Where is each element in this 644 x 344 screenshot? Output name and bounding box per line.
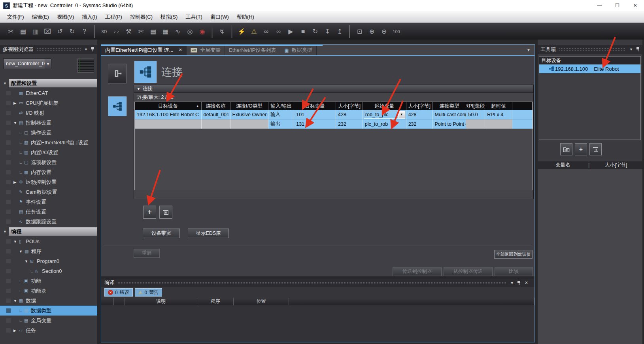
column-header-size-bytes-2[interactable]: 大小[字节]	[406, 102, 433, 110]
edit-online-icon[interactable]: ↯	[217, 26, 227, 37]
fit-zoom-icon[interactable]: ⊡	[354, 26, 365, 37]
split-icon[interactable]: ✄	[136, 26, 146, 37]
column-header-target-variable[interactable]: 目标变量	[294, 102, 336, 110]
error-count-badge[interactable]: ✕ 0 错误	[104, 288, 133, 297]
column-header-rpi-ms[interactable]: RPI[毫秒]	[466, 102, 485, 110]
table-cell[interactable]: Exlusive Owner-	[230, 110, 269, 119]
expander-icon[interactable]: ▼	[13, 299, 19, 303]
menu-tools[interactable]: 工具(T)	[181, 12, 206, 22]
chevron-down-icon[interactable]: ▼	[510, 281, 514, 285]
table-cell[interactable]: 192.168.1.100 Elite Robot C	[135, 110, 202, 119]
transfer-from-controller-icon[interactable]: ↥	[334, 26, 345, 37]
sidebar-item-cpu-rack[interactable]: ▶▭CPU/扩展机架	[0, 98, 97, 108]
column-header-connection-type[interactable]: 连接类型	[433, 102, 466, 110]
column-header-connection-name[interactable]: 连接名称	[202, 102, 230, 110]
close-button[interactable]: ✕	[626, 0, 644, 11]
add-connection-button[interactable]: +	[143, 206, 156, 219]
build-icon[interactable]: ⚡	[236, 26, 247, 37]
warning-count-badge[interactable]: ⚠ 0 警告	[135, 288, 162, 297]
sidebar-item-data-types[interactable]: ∟▤数据类型	[0, 306, 97, 316]
copy-icon[interactable]: ▤	[18, 26, 28, 37]
table-cell[interactable]: 428	[336, 110, 363, 119]
table-cell[interactable]: 输入	[268, 110, 294, 119]
table-cell[interactable]: 428	[406, 110, 433, 119]
controller-select[interactable]: new_Controller_0 ▼	[3, 59, 51, 69]
sidebar-item-data[interactable]: ▼▦数据	[0, 296, 97, 306]
menu-view[interactable]: 视图(V)	[53, 12, 78, 22]
register-device-button[interactable]	[560, 143, 572, 155]
sidebar-item-builtin-ethernet-ip-port-settings[interactable]: ∟▧内置EtherNet/IP端口设置	[0, 138, 97, 147]
stop-simulation-icon[interactable]: ■	[298, 26, 308, 37]
pin-icon[interactable]	[91, 47, 94, 52]
redo-icon[interactable]: ↻	[67, 26, 77, 37]
table-cell[interactable]	[135, 119, 202, 129]
close-icon[interactable]: ✕	[525, 280, 528, 285]
tab-ethernet-ip-port-settings[interactable]: 内置EtherNet/IP端口设置 连...✕	[101, 45, 187, 55]
sidebar-item-configuration[interactable]: ▼配置和设置	[0, 78, 97, 88]
synchronize-icon[interactable]: ↻	[310, 26, 321, 37]
add-device-button[interactable]: +	[575, 143, 587, 155]
reset-all-to-default-button[interactable]: 全部返回到默认值	[494, 250, 533, 259]
paste-icon[interactable]: ▥	[30, 26, 41, 37]
sidebar-item-operation-settings[interactable]: ∟▢操作设置	[0, 128, 97, 138]
restart-button[interactable]: 重启	[134, 249, 160, 258]
sidebar-item-controller-settings[interactable]: ▼▤控制器设置	[0, 118, 97, 128]
table-cell[interactable]: default_001	[202, 110, 230, 119]
sidebar-item-global-variables[interactable]: ∟▤全局变量	[0, 316, 97, 325]
run-simulation-icon[interactable]: ▶	[285, 26, 296, 37]
zoom-out-icon[interactable]: ⊖	[379, 26, 389, 37]
menu-edit[interactable]: 编辑(E)	[28, 12, 53, 22]
compare-button[interactable]: 比较	[495, 267, 533, 276]
table-cell[interactable]	[512, 110, 533, 119]
column-header-timeout[interactable]: 超时值	[485, 102, 512, 110]
column-header-input-output[interactable]: 输入/输出	[268, 102, 294, 110]
delete-device-button[interactable]	[589, 143, 602, 155]
sidebar-item-programs[interactable]: ▼▤程序	[0, 246, 97, 256]
table-cell[interactable]: Point to Point c	[433, 119, 466, 129]
sidebar-item-program0[interactable]: ▼⊞Program0	[0, 256, 97, 266]
menu-controller[interactable]: 控制器(C)	[126, 12, 157, 22]
sidebar-item-data-trace-settings[interactable]: ∿数据跟踪设置	[0, 217, 97, 227]
table-cell[interactable]: 101	[294, 110, 336, 119]
sidebar-item-functions[interactable]: ∟▣功能	[0, 276, 97, 286]
expander-icon[interactable]: ▶	[13, 180, 19, 184]
tab-overflow-icon[interactable]: ▼	[527, 48, 531, 52]
io-map-table-icon[interactable]: ▦	[160, 26, 171, 37]
sidebar-item-io-map[interactable]: ⇄I/O 映射	[0, 108, 97, 118]
minimize-button[interactable]: —	[591, 0, 608, 11]
table-cell[interactable]: 232	[406, 119, 433, 129]
combobox-arrow-icon[interactable]: ▼	[398, 111, 405, 118]
menu-window[interactable]: 窗口(W)	[206, 12, 233, 22]
close-icon[interactable]: ✕	[179, 47, 182, 53]
table-cell[interactable]: 输出	[268, 119, 294, 129]
sidebar-item-option-board-settings[interactable]: ∟▢选项板设置	[0, 157, 97, 167]
view-3d-icon[interactable]: 3D	[99, 26, 110, 37]
target-device-item[interactable]: 192.168.1.100 Elite Robot	[539, 64, 640, 73]
table-cell[interactable]: plc_to_rob	[363, 119, 406, 129]
table-cell[interactable]	[466, 119, 485, 129]
rebuild-icon[interactable]: ⚠	[249, 26, 259, 37]
column-header-spare[interactable]	[512, 102, 533, 110]
troubleshoot-icon[interactable]: ◉	[197, 26, 208, 37]
tools-icon[interactable]: ⚒	[123, 26, 134, 37]
sidebar-item-tasks[interactable]: ▶▱任务	[0, 325, 97, 335]
sidebar-item-memory-settings[interactable]: ∟▦内存设置	[0, 167, 97, 177]
column-header-size-bytes-1[interactable]: 大小[字节]	[336, 102, 363, 110]
transfer-from-controller-button[interactable]: 从控制器传送	[444, 267, 493, 276]
expander-icon[interactable]: ▼	[13, 121, 19, 125]
sidebar-item-motion-control-settings[interactable]: ▶⚙运动控制设置	[0, 177, 97, 187]
zoom-100-icon[interactable]: 100	[391, 26, 402, 37]
tab-ethernet-ip-device-list[interactable]: EtherNet/IP设备列表	[225, 45, 280, 55]
search-icon[interactable]: ◎	[185, 26, 195, 37]
table-cell[interactable]	[512, 119, 533, 129]
delete-icon[interactable]: ⌧	[42, 26, 53, 37]
expander-icon[interactable]: ▶	[13, 101, 19, 105]
maximize-button[interactable]: ❒	[608, 0, 626, 11]
table-cell[interactable]: 50.0	[466, 110, 485, 119]
originator-variable-combobox[interactable]: rob_to_plc▼	[364, 111, 405, 119]
expander-icon[interactable]: ▼	[19, 249, 25, 253]
transfer-to-controller-button[interactable]: 传送到控制器	[393, 267, 442, 276]
connection-section-bar[interactable]: ▼ 连接	[134, 85, 533, 93]
device-view-button[interactable]	[108, 64, 127, 83]
menu-file[interactable]: 文件(F)	[3, 12, 28, 22]
